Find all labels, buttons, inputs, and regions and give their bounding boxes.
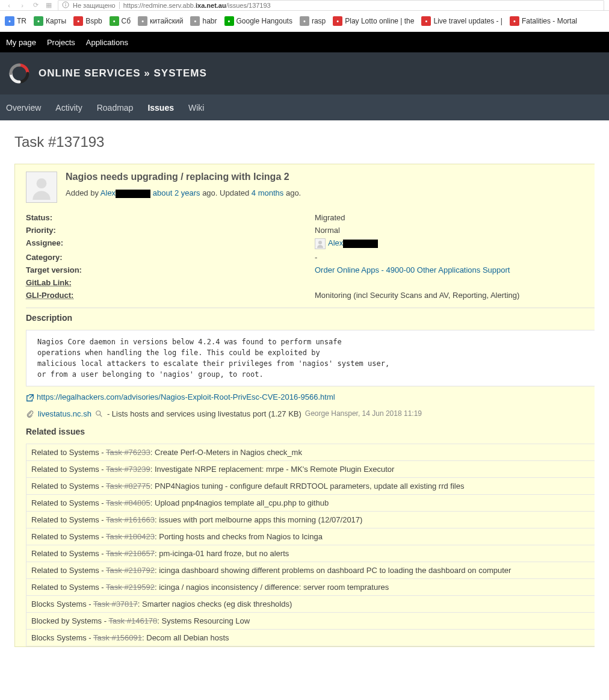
relation-type: Related to Systems - [31, 482, 106, 491]
issue-attributes: Status:Migrated Priority:Normal Assignee… [26, 211, 595, 302]
relation-type: Related to Systems - [31, 583, 106, 592]
description-heading: Description [26, 313, 595, 323]
gitlab-link-label: GitLab Link: [26, 278, 315, 287]
related-task-link[interactable]: Task #84805 [106, 498, 150, 507]
related-issue-row: Related to Systems - Task #180423: Porti… [26, 528, 595, 545]
bookmark-item[interactable]: •Google Hangouts [224, 16, 292, 26]
bookmark-item[interactable]: •Play Lotto online | the [333, 16, 414, 26]
bookmark-label: Play Lotto online | the [345, 17, 414, 25]
main-menu-tab[interactable]: Issues [147, 103, 174, 113]
related-issue-row: Related to Systems - Task #76233: Create… [26, 444, 595, 461]
attachment-desc: - Lists hosts and services using livesta… [107, 409, 301, 418]
related-issue-row: Blocks Systems - Task #156091: Decom all… [26, 630, 595, 646]
address-bar[interactable]: Не защищено https://redmine.serv.abb.ixa… [58, 0, 604, 11]
related-issue-row: Related to Systems - Task #73239: Invest… [26, 461, 595, 478]
apps-icon[interactable]: ▦ [45, 1, 53, 10]
magnify-icon[interactable] [95, 409, 104, 419]
bookmark-item[interactable]: •rasp [300, 16, 326, 26]
relation-type: Blocked by Systems - [31, 616, 108, 625]
bookmark-label: rasp [312, 17, 326, 25]
bookmark-icon: • [421, 16, 431, 26]
redacted-assignee [343, 240, 378, 248]
forward-icon[interactable]: › [18, 1, 26, 10]
description-body: Nagios Core daemon in versions below 4.2… [26, 330, 595, 386]
main-menu-tab[interactable]: Overview [6, 103, 41, 113]
related-task-desc: : Decom all Debian hosts [142, 633, 229, 642]
bookmarks-bar: •TR•Карты•Bspb•Сб•китайский•habr•Google … [0, 11, 609, 32]
attachment-name[interactable]: livestatus.nc.sh [38, 409, 91, 418]
bookmark-icon: • [138, 16, 147, 26]
related-issue-row: Blocks Systems - Task #37817: Smarter na… [26, 596, 595, 613]
related-issue-row: Related to Systems - Task #82775: PNP4Na… [26, 478, 595, 495]
related-task-desc: : Investigate NRPE replacement: mrpe - M… [150, 465, 395, 474]
assignee-label: Assignee: [26, 238, 315, 249]
issue-author-line: Added by Alex about 2 years ago. Updated… [66, 188, 301, 198]
attachment-row: livestatus.nc.sh - Lists hosts and servi… [26, 409, 595, 419]
related-task-link[interactable]: Task #218792 [106, 566, 155, 575]
bookmark-icon: • [224, 16, 234, 26]
top-menu-item[interactable]: Applications [86, 38, 128, 47]
target-version-label: Target version: [26, 265, 315, 274]
related-issue-row: Related to Systems - Task #84805: Upload… [26, 495, 595, 512]
svg-point-3 [37, 178, 47, 188]
bookmark-icon: • [510, 16, 519, 26]
main-menu-tab[interactable]: Activity [55, 103, 82, 113]
author-link[interactable]: Alex [100, 188, 116, 197]
related-task-desc: : Smarter nagios checks (eg disk thresho… [138, 599, 292, 609]
status-value: Migrated [315, 213, 345, 222]
advisory-link[interactable]: https://legalhackers.com/advisories/Nagi… [37, 392, 335, 401]
relation-type: Blocks Systems - [31, 599, 93, 609]
bookmark-icon: • [190, 16, 200, 26]
related-task-desc: : PNP4Nagios tuning - configure default … [150, 482, 465, 491]
external-link-icon [26, 392, 34, 402]
relation-type: Related to Systems - [31, 566, 106, 575]
bookmark-item[interactable]: •Карты [34, 16, 66, 26]
bookmark-item[interactable]: •Bspb [73, 16, 102, 26]
related-task-link[interactable]: Task #82775 [106, 482, 150, 491]
back-icon[interactable]: ‹ [5, 1, 13, 10]
related-task-link[interactable]: Task #37817 [93, 599, 138, 609]
created-ago-link[interactable]: about 2 years [153, 188, 200, 197]
bookmark-label: Bspb [85, 17, 102, 25]
bookmark-item[interactable]: •habr [190, 16, 217, 26]
bookmark-item[interactable]: •Fatalities - Mortal [510, 16, 577, 26]
related-task-link[interactable]: Task #156091 [93, 633, 142, 642]
bookmark-item[interactable]: •Live travel updates - | [421, 16, 502, 26]
assignee-avatar [315, 238, 326, 249]
related-task-link[interactable]: Task #73239 [106, 465, 150, 474]
reload-icon[interactable]: ⟳ [31, 1, 40, 10]
bookmark-icon: • [34, 16, 43, 26]
main-menu-tab[interactable]: Roadmap [97, 103, 134, 113]
related-task-link[interactable]: Task #180423 [106, 532, 155, 541]
bookmark-icon: • [110, 16, 119, 26]
svg-point-5 [96, 411, 100, 415]
relation-type: Related to Systems - [31, 465, 106, 474]
updated-ago-link[interactable]: 4 months [252, 188, 283, 197]
category-label: Category: [26, 253, 315, 262]
related-task-link[interactable]: Task #218657 [106, 549, 155, 558]
bookmark-label: Live travel updates - | [433, 17, 502, 25]
bookmark-item[interactable]: •китайский [138, 16, 183, 26]
logo-icon [8, 63, 30, 84]
relation-type: Blocks Systems - [31, 633, 93, 642]
priority-value: Normal [315, 226, 340, 235]
bookmark-icon: • [5, 16, 14, 26]
related-task-link[interactable]: Task #146178 [108, 616, 157, 625]
bookmark-item[interactable]: •TR [5, 16, 26, 26]
issue-subject: Nagios needs upgrading / replacing with … [66, 172, 301, 182]
assignee-link[interactable]: Alex [328, 238, 343, 247]
related-task-link[interactable]: Task #219592 [106, 583, 155, 592]
top-menu-item[interactable]: My page [6, 38, 36, 47]
header-title[interactable]: ONLINE SERVICES » SYSTEMS [39, 67, 207, 79]
bookmark-item[interactable]: •Сб [110, 16, 131, 26]
related-task-link[interactable]: Task #161663 [106, 515, 155, 524]
target-version-link[interactable]: Order Online Apps - 4900-00 Other Applic… [315, 265, 510, 274]
redacted-name [116, 190, 150, 198]
main-menu-tab[interactable]: Wiki [188, 103, 204, 113]
related-task-link[interactable]: Task #76233 [106, 448, 150, 457]
relation-type: Related to Systems - [31, 515, 106, 524]
gli-product-label: GLI-Product: [26, 291, 315, 300]
top-menu-item[interactable]: Projects [47, 38, 75, 47]
bookmark-label: китайский [150, 17, 183, 25]
related-task-desc: : issues with port melbourne apps this m… [155, 515, 362, 524]
